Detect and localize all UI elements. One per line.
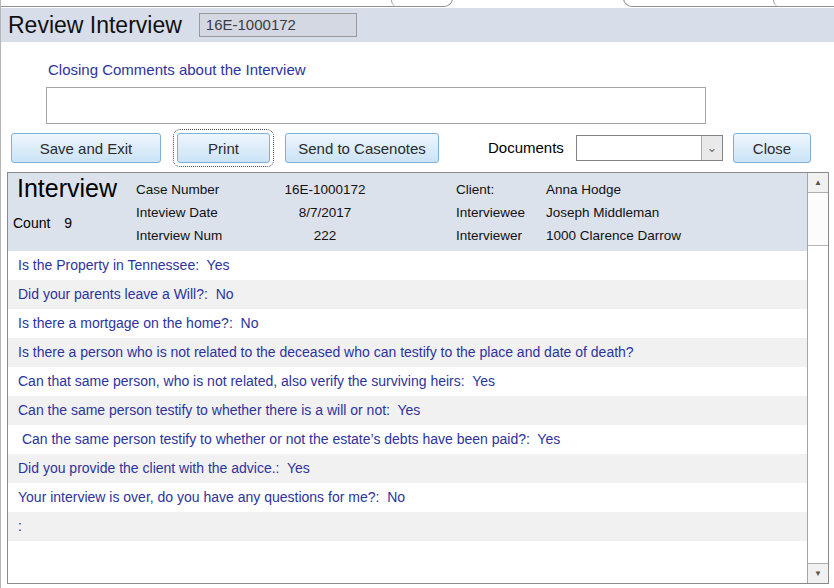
scroll-up-icon: ▲ [814,178,822,187]
field-value: Anna Hodge [546,178,621,201]
list-item[interactable]: : [8,512,828,541]
list-item[interactable]: Did you provide the client with the advi… [8,454,828,483]
interview-fields-right: Client:Anna HodgeIntervieweeJoseph Middl… [456,178,681,247]
send-to-casenotes-button[interactable]: Send to Casenotes [285,133,439,163]
list-item[interactable]: Can the same person testify to whether o… [8,425,828,454]
field-label: Inteview Date [136,201,262,224]
chevron-down-icon[interactable]: ⌄ [701,136,722,160]
scrollbar[interactable]: ▲ ▼ [807,173,828,583]
browser-tab-strip [1,0,834,8]
field-label: Client: [456,178,546,201]
documents-label: Documents [488,139,564,156]
field-row: Client:Anna Hodge [456,178,681,201]
print-button[interactable]: Print [177,133,270,163]
list-item[interactable]: Is there a person who is not related to … [8,338,828,367]
field-row: Case Number16E-1000172 [136,178,388,201]
field-value: 1000 Clarence Darrow [546,224,681,247]
field-value: Joseph Middleman [546,201,659,224]
tab-edge-line-left [1,0,453,7]
field-row: Interview Num222 [136,224,388,247]
field-value: 16E-1000172 [262,178,388,201]
count-line: Count9 [13,215,72,231]
list-item[interactable]: Can the same person testify to whether t… [8,396,828,425]
page-title: Review Interview [8,12,182,39]
interview-heading: Interview [17,174,117,203]
field-label: Interviewer [456,224,546,247]
interview-panel: Interview Count9 Case Number16E-1000172I… [7,172,829,584]
field-value: 8/7/2017 [262,201,388,224]
scroll-down-button[interactable]: ▼ [808,563,828,583]
list-item[interactable]: Your interview is over, do you have any … [8,483,828,512]
scrollbar-thumb[interactable] [808,194,828,246]
interview-fields-left: Case Number16E-1000172Inteview Date8/7/2… [136,178,388,247]
field-row: IntervieweeJoseph Middleman [456,201,681,224]
close-button[interactable]: Close [733,133,811,163]
closing-comments-label: Closing Comments about the Interview [48,61,306,78]
review-interview-window: Review Interview 16E-1000172 Closing Com… [0,0,834,588]
field-value: 222 [262,224,388,247]
save-and-exit-button[interactable]: Save and Exit [11,133,161,163]
scroll-up-button[interactable]: ▲ [808,173,828,193]
field-row: Inteview Date8/7/2017 [136,201,388,224]
scroll-down-icon: ▼ [814,569,822,578]
list-item[interactable]: Did your parents leave a Will?: No [8,280,828,309]
list-item[interactable]: Is there a mortgage on the home?: No [8,309,828,338]
count-label: Count [13,215,50,231]
case-number-field[interactable]: 16E-1000172 [199,13,357,37]
list-item[interactable]: Can that same person, who is not related… [8,367,828,396]
comments-section: Closing Comments about the Interview [1,42,834,130]
title-bar: Review Interview 16E-1000172 [1,8,834,42]
interview-header: Interview Count9 Case Number16E-1000172I… [8,173,828,251]
field-label: Case Number [136,178,262,201]
question-list: Is the Property in Tennessee: YesDid you… [8,251,828,541]
field-label: Interviewee [456,201,546,224]
closing-comments-input[interactable] [46,87,706,124]
tab-edge-line-right [623,0,834,7]
count-value: 9 [64,215,72,231]
list-item[interactable]: Is the Property in Tennessee: Yes [8,251,828,280]
toolbar: Save and Exit Print Send to Casenotes Do… [1,130,834,172]
field-label: Interview Num [136,224,262,247]
field-row: Interviewer1000 Clarence Darrow [456,224,681,247]
documents-dropdown[interactable]: ⌄ [576,135,723,161]
